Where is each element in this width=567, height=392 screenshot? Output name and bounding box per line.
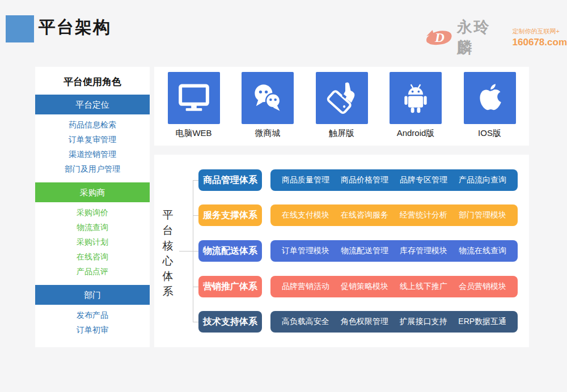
brand-name: 永玲麟 [457, 17, 508, 58]
core-item[interactable]: 扩展接口支持 [399, 317, 447, 327]
core-item[interactable]: 在线咨询服务 [341, 210, 388, 220]
apple-icon [464, 72, 516, 124]
sidebar-item-purchase-inquiry[interactable]: 采购询价 [35, 205, 150, 220]
core-row-label[interactable]: 服务支撑体系 [198, 204, 262, 226]
sidebar-group-links: 采购询价 物流查询 采购计划 在线咨询 产品点评 [35, 202, 150, 280]
core-row-items: 高负载高安全 角色权限管理 扩展接口支持 ERP数据互通 [270, 311, 518, 333]
core-item[interactable]: 物流配送管理 [341, 246, 388, 256]
sidebar-item-purchase-plan[interactable]: 采购计划 [35, 235, 150, 249]
sidebar-item-order-review-mgmt[interactable]: 订单复审管理 [35, 132, 150, 147]
brand-domain: 160678.com [513, 37, 567, 48]
sidebar-title: 平台使用角色 [35, 67, 150, 90]
core-item[interactable]: 促销策略模块 [341, 282, 388, 292]
title-accent-square [6, 15, 34, 42]
core-item[interactable]: 品牌营销活动 [282, 282, 329, 292]
brand-tagline: 定制你的互联网+ [513, 27, 567, 36]
core-item[interactable]: 订单管理模块 [282, 246, 329, 256]
svg-text:D: D [434, 30, 445, 45]
core-item[interactable]: 在线支付模块 [282, 210, 329, 220]
sidebar-item-order-first-review[interactable]: 订单初审 [35, 322, 150, 337]
core-item[interactable]: 商品价格管理 [341, 175, 388, 185]
core-row-items: 订单管理模块 物流配送管理 库存管理模块 物流在线查询 [270, 240, 518, 262]
platform-web[interactable]: 电脑WEB [159, 67, 229, 146]
platform-label: 微商城 [255, 128, 281, 139]
sidebar-group-links: 药品信息检索 订单复审管理 渠道控销管理 部门及用户管理 [35, 114, 150, 177]
core-item[interactable]: 角色权限管理 [341, 317, 388, 327]
sidebar-group-header-purchaser[interactable]: 采购商 [35, 182, 150, 202]
core-item[interactable]: 高负载高安全 [282, 317, 329, 327]
core-row-items: 品牌营销活动 促销策略模块 线上线下推广 会员营销模块 [270, 276, 518, 297]
platform-ios[interactable]: IOS版 [455, 67, 524, 146]
sidebar-item-channel-control-mgmt[interactable]: 渠道控销管理 [35, 147, 150, 161]
core-system-panel: 平台核心体系 商品管理体系 商品质量管理 商品价格管理 品牌专区管理 产品流向查… [154, 155, 529, 347]
sidebar-item-dept-user-mgmt[interactable]: 部门及用户管理 [35, 161, 150, 176]
core-item[interactable]: 线上线下推广 [400, 282, 447, 292]
core-row-tech-support: 技术支持体系 高负载高安全 角色权限管理 扩展接口支持 ERP数据互通 [198, 311, 518, 333]
core-row-logistics: 物流配送体系 订单管理模块 物流配送管理 库存管理模块 物流在线查询 [198, 240, 518, 262]
sidebar-item-product-review[interactable]: 产品点评 [35, 264, 150, 279]
page-title: 平台架构 [39, 16, 111, 39]
core-row-product-mgmt: 商品管理体系 商品质量管理 商品价格管理 品牌专区管理 产品流向查询 [198, 169, 518, 191]
platform-label: 触屏版 [329, 128, 354, 139]
platform-touchscreen[interactable]: 触屏版 [307, 67, 376, 146]
core-item[interactable]: ERP数据互通 [458, 317, 506, 327]
logo: D 永玲麟 定制你的互联网+ 160678.com [424, 17, 567, 58]
sidebar: 平台使用角色 平台定位 药品信息检索 订单复审管理 渠道控销管理 部门及用户管理… [35, 67, 150, 347]
core-row-service-support: 服务支撑体系 在线支付模块 在线咨询服务 经营统计分析 部门管理模块 [198, 204, 518, 226]
touchscreen-icon [316, 72, 368, 124]
core-item[interactable]: 经营统计分析 [400, 210, 447, 220]
core-row-label[interactable]: 物流配送体系 [198, 240, 262, 262]
platforms-panel: 电脑WEB 微商城 [154, 67, 529, 146]
platform-label: Android版 [397, 128, 435, 139]
sidebar-item-online-consult[interactable]: 在线咨询 [35, 249, 150, 264]
desktop-icon [168, 72, 220, 124]
core-item[interactable]: 库存管理模块 [400, 246, 447, 256]
android-icon [390, 72, 442, 124]
sidebar-item-drug-info-search[interactable]: 药品信息检索 [35, 117, 150, 132]
core-item[interactable]: 物流在线查询 [459, 246, 506, 256]
core-item[interactable]: 部门管理模块 [459, 210, 506, 220]
connector-line [179, 251, 193, 252]
core-item[interactable]: 会员营销模块 [459, 282, 506, 292]
sidebar-group-links: 发布产品 订单初审 [35, 305, 150, 338]
sidebar-group-header-platform-position[interactable]: 平台定位 [35, 95, 150, 114]
core-item[interactable]: 产品流向查询 [459, 175, 506, 185]
brand-d-icon: D [424, 28, 454, 47]
platform-wechat-mall[interactable]: 微商城 [233, 67, 302, 146]
core-item[interactable]: 商品质量管理 [282, 175, 329, 185]
core-row-items: 商品质量管理 商品价格管理 品牌专区管理 产品流向查询 [270, 169, 518, 191]
core-item[interactable]: 品牌专区管理 [400, 175, 447, 185]
sidebar-group-header-department[interactable]: 部门 [35, 285, 150, 305]
core-row-items: 在线支付模块 在线咨询服务 经营统计分析 部门管理模块 [270, 204, 518, 226]
platform-label: IOS版 [478, 128, 501, 139]
platform-android[interactable]: Android版 [381, 67, 450, 146]
sidebar-item-publish-product[interactable]: 发布产品 [35, 308, 150, 322]
core-row-label[interactable]: 营销推广体系 [198, 276, 262, 297]
core-system-title: 平台核心体系 [160, 207, 175, 299]
core-row-label[interactable]: 商品管理体系 [198, 169, 262, 191]
sidebar-item-logistics-query[interactable]: 物流查询 [35, 220, 150, 235]
core-row-marketing: 营销推广体系 品牌营销活动 促销策略模块 线上线下推广 会员营销模块 [198, 276, 518, 297]
wechat-icon [242, 72, 294, 124]
platform-label: 电脑WEB [175, 128, 211, 139]
core-row-label[interactable]: 技术支持体系 [198, 311, 262, 333]
